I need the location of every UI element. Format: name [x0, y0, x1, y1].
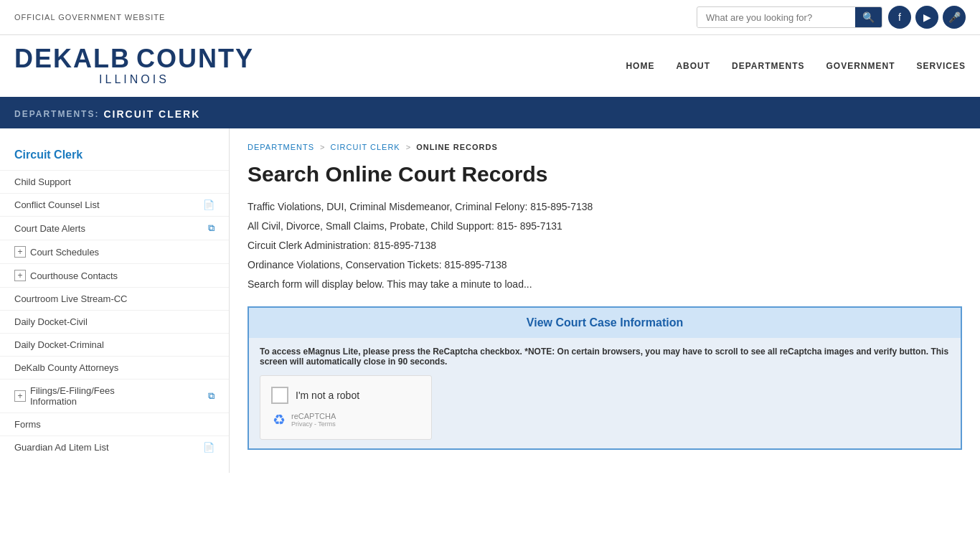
nav-services[interactable]: SERVICES — [917, 61, 966, 71]
recaptcha-privacy: Privacy - Terms — [291, 420, 336, 428]
forms-label: Forms — [14, 419, 41, 430]
sidebar-item-courtroom-live-stream[interactable]: Courtroom Live Stream-CC — [0, 287, 229, 310]
dept-bar-label: DEPARTMENTS: — [14, 109, 99, 119]
recaptcha-checkbox[interactable] — [271, 387, 288, 404]
main-content: DEPARTMENTS > CIRCUIT CLERK > ONLINE REC… — [230, 128, 980, 473]
pdf-icon: 📄 — [203, 199, 215, 210]
official-text: OFFICIAL GOVERNMENT WEBSITE — [14, 13, 165, 22]
view-court-case-link[interactable]: View Court Case Information — [527, 316, 683, 329]
sidebar-item-conflict-counsel[interactable]: Conflict Counsel List 📄 — [0, 193, 229, 216]
top-right: 🔍 f ▶ 🎤 — [697, 6, 966, 29]
youtube-icon[interactable]: ▶ — [915, 6, 938, 29]
filings-label: Filings/E-Filing/FeesInformation — [30, 385, 115, 407]
sidebar-item-guardian-ad-litem[interactable]: Guardian Ad Litem List 📄 — [0, 435, 229, 458]
recaptcha-text-group: reCAPTCHA Privacy - Terms — [291, 412, 336, 428]
recaptcha-icon: ♻ — [273, 411, 286, 428]
sidebar-item-dekalb-county-attorneys[interactable]: DeKalb County Attorneys — [0, 356, 229, 379]
breadcrumb-circuit-clerk[interactable]: CIRCUIT CLERK — [331, 143, 400, 151]
recaptcha-logo-row: ♻ reCAPTCHA Privacy - Terms — [271, 411, 420, 428]
plus-icon-3: + — [14, 390, 26, 402]
recaptcha-instruction: To access eMagnus Lite, please press the… — [260, 347, 950, 367]
logo-county: COUNTY — [136, 46, 254, 72]
sidebar-item-child-support[interactable]: Child Support — [0, 170, 229, 193]
sidebar-item-court-date-alerts[interactable]: Court Date Alerts ⧉ — [0, 216, 229, 240]
court-schedules-label: Court Schedules — [30, 247, 99, 258]
nav-government[interactable]: GOVERNMENT — [826, 61, 895, 71]
sidebar-item-daily-docket-criminal[interactable]: Daily Docket-Criminal — [0, 333, 229, 356]
mic-icon[interactable]: 🎤 — [943, 6, 966, 29]
breadcrumb: DEPARTMENTS > CIRCUIT CLERK > ONLINE REC… — [248, 143, 962, 151]
logo-dekalb: DEKALB — [14, 46, 131, 72]
contact-line-2: All Civil, Divorce, Small Claims, Probat… — [248, 219, 962, 234]
child-support-label: Child Support — [14, 176, 71, 187]
nav-about[interactable]: ABOUT — [676, 61, 710, 71]
social-icons: f ▶ 🎤 — [888, 6, 966, 29]
content-area: Circuit Clerk Child Support Conflict Cou… — [0, 128, 980, 473]
sidebar-item-forms[interactable]: Forms — [0, 413, 229, 435]
courtroom-live-stream-label: Courtroom Live Stream-CC — [14, 293, 128, 304]
nav-departments[interactable]: DEPARTMENTS — [732, 61, 804, 71]
breadcrumb-sep-2: > — [406, 143, 410, 151]
plus-icon: + — [14, 246, 26, 258]
court-records-body: To access eMagnus Lite, please press the… — [249, 338, 961, 448]
recaptcha-row: I'm not a robot — [271, 387, 420, 404]
top-bar: OFFICIAL GOVERNMENT WEBSITE 🔍 f ▶ 🎤 — [0, 0, 980, 35]
external-link-icon-2: ⧉ — [208, 390, 215, 402]
site-header: DEKALB COUNTY ILLINOIS HOME ABOUT DEPART… — [0, 35, 980, 100]
sidebar: Circuit Clerk Child Support Conflict Cou… — [0, 128, 230, 473]
recaptcha-label: I'm not a robot — [296, 390, 359, 401]
guardian-ad-litem-label: Guardian Ad Litem List — [14, 442, 109, 453]
recaptcha-box[interactable]: I'm not a robot ♻ reCAPTCHA Privacy - Te… — [260, 375, 432, 440]
site-logo[interactable]: DEKALB COUNTY ILLINOIS — [14, 46, 254, 86]
court-records-box: View Court Case Information To access eM… — [248, 306, 962, 450]
daily-docket-civil-label: Daily Docket-Civil — [14, 316, 88, 327]
dept-bar-name: CIRCUIT CLERK — [103, 108, 200, 120]
plus-icon-2: + — [14, 270, 26, 281]
daily-docket-criminal-label: Daily Docket-Criminal — [14, 339, 104, 350]
court-records-header: View Court Case Information — [249, 308, 961, 338]
nav-home[interactable]: HOME — [626, 61, 654, 71]
search-bar[interactable]: 🔍 — [697, 6, 882, 28]
breadcrumb-current: ONLINE RECORDS — [416, 143, 498, 151]
breadcrumb-departments[interactable]: DEPARTMENTS — [248, 143, 314, 151]
sidebar-item-daily-docket-civil[interactable]: Daily Docket-Civil — [0, 310, 229, 333]
dekalb-county-attorneys-label: DeKalb County Attorneys — [14, 362, 118, 373]
contact-line-1: Traffic Violations, DUI, Criminal Misdem… — [248, 199, 962, 215]
page-title: Search Online Court Records — [248, 162, 962, 187]
logo-illinois: ILLINOIS — [14, 73, 254, 86]
contact-line-4: Ordinance Violations, Conservation Ticke… — [248, 258, 962, 273]
court-date-alerts-label: Court Date Alerts — [14, 223, 85, 234]
pdf-icon-2: 📄 — [203, 442, 215, 453]
contact-line-3: Circuit Clerk Administration: 815-895-71… — [248, 238, 962, 253]
contact-line-5: Search form will display below. This may… — [248, 277, 962, 292]
recaptcha-text: reCAPTCHA — [291, 412, 336, 420]
search-button[interactable]: 🔍 — [855, 7, 882, 27]
main-nav: HOME ABOUT DEPARTMENTS GOVERNMENT SERVIC… — [626, 61, 966, 71]
search-input[interactable] — [697, 8, 855, 27]
breadcrumb-sep-1: > — [320, 143, 324, 151]
sidebar-item-court-schedules[interactable]: + Court Schedules — [0, 240, 229, 263]
courthouse-contacts-label: Courthouse Contacts — [30, 270, 118, 281]
sidebar-title[interactable]: Circuit Clerk — [0, 143, 229, 170]
dept-bar: DEPARTMENTS: CIRCUIT CLERK — [0, 100, 980, 128]
sidebar-item-filings[interactable]: + Filings/E-Filing/FeesInformation ⧉ — [0, 379, 229, 413]
conflict-counsel-label: Conflict Counsel List — [14, 199, 100, 210]
contact-info: Traffic Violations, DUI, Criminal Misdem… — [248, 199, 962, 292]
sidebar-item-courthouse-contacts[interactable]: + Courthouse Contacts — [0, 263, 229, 287]
external-link-icon: ⧉ — [208, 222, 215, 234]
facebook-icon[interactable]: f — [888, 6, 911, 29]
